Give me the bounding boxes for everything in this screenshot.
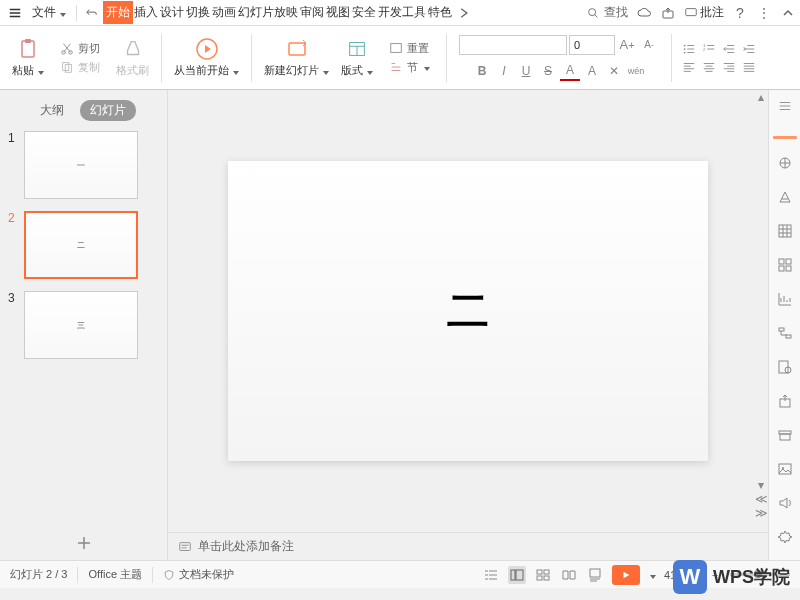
sorter-view-icon[interactable] (534, 566, 552, 584)
decrease-indent-button[interactable] (720, 41, 738, 57)
slides-tab[interactable]: 幻灯片 (80, 100, 136, 121)
font-family-select[interactable] (459, 35, 567, 55)
protect-indicator[interactable]: 文档未保护 (163, 567, 234, 582)
align-left-button[interactable] (680, 59, 698, 75)
shrink-font-icon[interactable]: A- (639, 35, 659, 55)
section-button[interactable]: 节 (385, 58, 434, 77)
clipboard-icon (16, 37, 40, 61)
bullets-button[interactable] (680, 41, 698, 57)
align-right-button[interactable] (720, 59, 738, 75)
settings-icon[interactable] (775, 527, 795, 547)
zoom-slider[interactable] (730, 573, 790, 576)
numbering-button[interactable]: 12 (700, 41, 718, 57)
bold-button[interactable]: B (472, 61, 492, 81)
font-color-button[interactable]: A (560, 61, 580, 81)
help-icon[interactable]: ? (732, 5, 748, 21)
font-size-select[interactable]: 0 (569, 35, 615, 55)
underline-button[interactable]: U (516, 61, 536, 81)
chart-icon[interactable] (775, 289, 795, 309)
font-group: 0 A+ A- B I U S A A ✕ wén (455, 35, 663, 81)
outline-tab[interactable]: 大纲 (32, 100, 72, 121)
tab-design[interactable]: 设计 (159, 1, 185, 24)
outline-view-icon[interactable] (482, 566, 500, 584)
from-current-button[interactable]: 从当前开始 (170, 35, 243, 80)
text-effect-icon[interactable] (775, 187, 795, 207)
tab-view[interactable]: 视图 (325, 1, 351, 24)
notes-placeholder: 单击此处添加备注 (198, 538, 294, 555)
tab-home[interactable]: 开始 (103, 1, 133, 24)
sidebar-menu-icon[interactable] (775, 96, 795, 116)
archive-icon[interactable] (775, 425, 795, 445)
zoom-value[interactable]: 41% (664, 569, 686, 581)
scroll-down-icon[interactable]: ▾ (754, 478, 768, 492)
layout-button[interactable]: 版式 (337, 35, 377, 80)
canvas-main[interactable]: 二 (168, 90, 768, 532)
search-button[interactable]: 查找 (586, 4, 628, 21)
image-icon[interactable] (775, 459, 795, 479)
undo-dropdown-icon[interactable] (81, 3, 103, 23)
cloud-icon[interactable] (636, 5, 652, 21)
tab-review[interactable]: 审阅 (299, 1, 325, 24)
slideshow-button[interactable] (612, 565, 640, 585)
align-center-button[interactable] (700, 59, 718, 75)
tab-developer[interactable]: 开发工具 (377, 1, 427, 24)
vertical-scrollbar[interactable]: ▴ ▾ ≪ ≫ (754, 90, 768, 520)
scroll-up-icon[interactable]: ▴ (754, 90, 768, 104)
slide[interactable]: 二 (228, 161, 708, 461)
layout-icon (345, 37, 369, 61)
file-menu[interactable]: 文件 (26, 4, 72, 21)
next-slide-icon[interactable]: ≫ (754, 506, 768, 520)
reset-button[interactable]: 重置 (385, 39, 433, 58)
align-justify-button[interactable] (740, 59, 758, 75)
tab-slideshow[interactable]: 幻灯片放映 (237, 1, 299, 24)
more-tabs-icon[interactable] (453, 3, 475, 23)
zoom-out-button[interactable]: − (706, 566, 724, 584)
notes-view-icon[interactable] (586, 566, 604, 584)
thumbnail[interactable]: 一 (24, 131, 138, 199)
svg-point-15 (684, 44, 686, 46)
tab-special[interactable]: 特色 (427, 1, 453, 24)
highlight-button[interactable]: A (582, 61, 602, 81)
pinyin-button[interactable]: wén (626, 61, 646, 81)
prev-slide-icon[interactable]: ≪ (754, 492, 768, 506)
italic-button[interactable]: I (494, 61, 514, 81)
increase-indent-button[interactable] (740, 41, 758, 57)
normal-view-icon[interactable] (508, 566, 526, 584)
tab-security[interactable]: 安全 (351, 1, 377, 24)
tab-animation[interactable]: 动画 (211, 1, 237, 24)
thumbnail[interactable]: 三 (24, 291, 138, 359)
search-pane-icon[interactable] (775, 357, 795, 377)
hamburger-icon[interactable] (4, 3, 26, 23)
strike-button[interactable]: S (538, 61, 558, 81)
slideshow-dropdown[interactable] (648, 569, 656, 581)
copy-button[interactable]: 复制 (56, 58, 104, 77)
new-slide-button[interactable]: 新建幻灯片 (260, 35, 333, 80)
thumbnail-panel: 大纲 幻灯片 1 一 2 二 3 三 (0, 90, 168, 560)
add-slide-button[interactable] (0, 526, 167, 560)
format-painter-button[interactable]: 格式刷 (112, 35, 153, 80)
tab-insert[interactable]: 插入 (133, 1, 159, 24)
more-icon[interactable]: ⋮ (756, 5, 772, 21)
annotate-button[interactable]: 批注 (684, 5, 724, 21)
style-icon[interactable] (775, 153, 795, 173)
svg-rect-46 (537, 576, 542, 580)
clear-format-button[interactable]: ✕ (604, 61, 624, 81)
grid-icon[interactable] (775, 255, 795, 275)
flow-icon[interactable] (775, 323, 795, 343)
tab-transition[interactable]: 切换 (185, 1, 211, 24)
thumbnail-item[interactable]: 2 二 (8, 211, 159, 279)
paste-button[interactable]: 粘贴 (8, 35, 48, 80)
cut-button[interactable]: 剪切 (56, 39, 104, 58)
export-icon[interactable] (775, 391, 795, 411)
table-icon[interactable] (775, 221, 795, 241)
notes-bar[interactable]: 单击此处添加备注 (168, 532, 768, 560)
share-icon[interactable] (660, 5, 676, 21)
svg-rect-3 (22, 41, 34, 57)
thumbnail-item[interactable]: 1 一 (8, 131, 159, 199)
sound-icon[interactable] (775, 493, 795, 513)
collapse-ribbon-icon[interactable] (780, 5, 796, 21)
thumbnail-item[interactable]: 3 三 (8, 291, 159, 359)
grow-font-icon[interactable]: A+ (617, 35, 637, 55)
reading-view-icon[interactable] (560, 566, 578, 584)
thumbnail[interactable]: 二 (24, 211, 138, 279)
